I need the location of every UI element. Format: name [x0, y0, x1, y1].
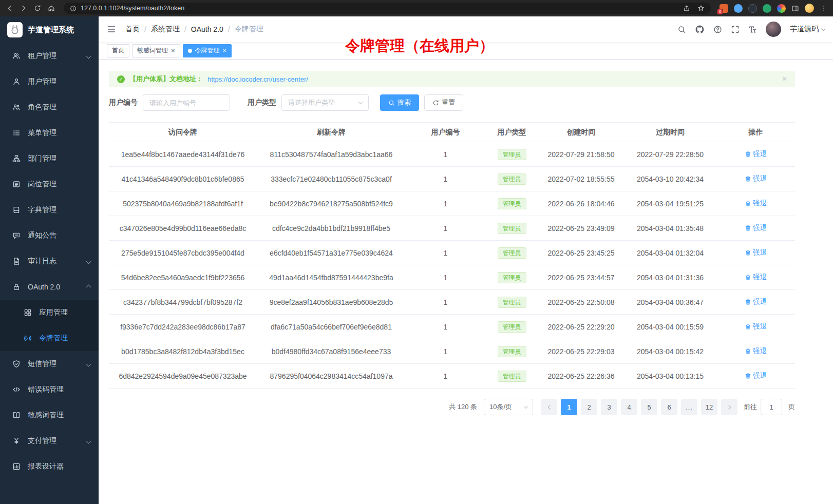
sidebar-item-menu[interactable]: 菜单管理 — [0, 120, 99, 146]
user-type-tag: 管理员 — [498, 346, 526, 357]
page-button-2[interactable]: 2 — [581, 399, 597, 415]
breadcrumb-separator: / — [184, 25, 186, 33]
sidebar-item-sensitive-word[interactable]: 敏感词管理 — [0, 402, 99, 428]
reset-button[interactable]: 重置 — [424, 94, 463, 111]
tenant-icon — [12, 52, 21, 60]
tab-home[interactable]: 首页 — [107, 44, 129, 57]
forward-button[interactable] — [20, 5, 27, 12]
force-logout-button[interactable]: 强退 — [745, 297, 767, 306]
breadcrumb-item[interactable]: 系统管理 — [151, 25, 180, 34]
breadcrumb-item[interactable]: OAuth 2.0 — [191, 25, 223, 33]
collapse-sidebar-button[interactable] — [107, 25, 116, 34]
delete-icon — [745, 348, 751, 355]
bookmark-star-button[interactable] — [697, 5, 705, 12]
sidebar-item-oauth2-app[interactable]: 应用管理 — [0, 300, 99, 325]
force-logout-button[interactable]: 强退 — [745, 149, 767, 159]
force-logout-label: 强退 — [753, 174, 767, 183]
force-logout-button[interactable]: 强退 — [745, 174, 767, 183]
user-id-input[interactable] — [143, 94, 230, 111]
action-cell: 强退 — [716, 142, 795, 167]
sidebar-item-oauth2-token[interactable]: 令牌管理 — [0, 325, 99, 351]
github-button[interactable] — [695, 25, 705, 34]
sidebar-item-error-code[interactable]: 错误码管理 — [0, 377, 99, 402]
close-icon[interactable]: × — [171, 47, 175, 54]
expire-time-cell: 2054-03-04 01:32:04 — [624, 241, 716, 265]
tab-sensitive-word[interactable]: 敏感词管理× — [132, 44, 180, 57]
sidebar-item-notice[interactable]: 通知公告 — [0, 223, 99, 248]
force-logout-button[interactable]: 强退 — [745, 223, 767, 232]
split-view-button[interactable] — [791, 5, 799, 12]
reload-button[interactable] — [34, 5, 41, 12]
chevron-down-icon — [358, 100, 363, 104]
tab-oauth2-token[interactable]: 令牌管理× — [183, 44, 232, 57]
user-avatar[interactable] — [766, 22, 781, 37]
user-id-cell: 1 — [406, 364, 485, 389]
fullscreen-button[interactable] — [731, 25, 740, 34]
browser-menu-button[interactable] — [820, 5, 827, 12]
force-logout-button[interactable]: 强退 — [745, 346, 767, 356]
app-logo[interactable]: 芋道管理系统 — [0, 16, 99, 43]
refresh-token-cell: be90422b8c7946218275a508bf524fc9 — [257, 191, 406, 216]
user-menu[interactable]: 芋道源码 — [790, 25, 825, 34]
site-info-icon[interactable] — [70, 5, 77, 12]
page-button-3[interactable]: 3 — [601, 399, 617, 415]
prev-page-button[interactable] — [541, 399, 557, 415]
sidebar-item-user[interactable]: 用户管理 — [0, 69, 99, 94]
close-icon[interactable]: × — [782, 75, 787, 83]
page-button-4[interactable]: 4 — [621, 399, 637, 415]
sidebar-item-dept[interactable]: 部门管理 — [0, 146, 99, 171]
sidebar-item-report-designer[interactable]: 报表设计器 — [0, 454, 99, 479]
table-row: 275e5de9151045fe87cbdc395e004f4de6cfd40e… — [109, 241, 795, 265]
column-header: 用户类型 — [485, 123, 538, 142]
close-icon[interactable]: × — [223, 47, 227, 54]
sidebar-item-tenant[interactable]: 租户管理 — [0, 43, 99, 69]
sidebar-item-pay[interactable]: 支付管理 — [0, 428, 99, 454]
alert-link[interactable]: https://doc.iocoder.cn/user-center/ — [207, 75, 308, 83]
extension-icon[interactable] — [748, 4, 757, 13]
help-button[interactable] — [713, 25, 722, 34]
force-logout-button[interactable]: 强退 — [745, 322, 767, 331]
force-logout-button[interactable]: 强退 — [745, 199, 767, 208]
extension-icon[interactable] — [777, 4, 786, 13]
breadcrumb-item[interactable]: 首页 — [125, 25, 140, 34]
extension-icon[interactable]: 0 — [720, 4, 728, 13]
browser-profile-avatar[interactable] — [805, 4, 814, 13]
url-bar[interactable]: 127.0.0.1:1024/system/oauth2/token — [64, 3, 711, 14]
font-size-button[interactable] — [748, 25, 757, 34]
page-button-1[interactable]: 1 — [561, 399, 577, 415]
user-id-cell: 1 — [406, 339, 485, 364]
next-page-button[interactable] — [721, 399, 737, 415]
pagination-more-button[interactable]: ... — [681, 399, 697, 415]
sidebar-item-oauth2[interactable]: OAuth 2.0 — [0, 274, 99, 300]
user-type-select[interactable]: 请选择用户类型 — [281, 94, 369, 111]
created-time-cell: 2022-06-25 23:49:09 — [538, 216, 624, 241]
user-type-tag: 管理员 — [498, 371, 526, 382]
chevron-left-icon — [546, 404, 553, 411]
page-button-5[interactable]: 5 — [641, 399, 657, 415]
star-icon — [697, 5, 705, 12]
menu-icon — [12, 129, 21, 137]
force-logout-button[interactable]: 强退 — [745, 248, 767, 257]
delete-icon — [745, 299, 751, 305]
home-button[interactable] — [48, 5, 55, 12]
back-button[interactable] — [6, 5, 13, 12]
delete-icon — [745, 200, 751, 207]
page-button-6[interactable]: 6 — [661, 399, 677, 415]
extension-icon[interactable] — [763, 4, 771, 13]
page-button-12[interactable]: 12 — [701, 399, 717, 415]
sidebar-item-role[interactable]: 角色管理 — [0, 94, 99, 120]
share-button[interactable] — [683, 5, 690, 12]
goto-page-input[interactable] — [761, 399, 782, 415]
force-logout-button[interactable]: 强退 — [745, 371, 767, 380]
header-search-button[interactable] — [677, 25, 686, 34]
sidebar-item-dict[interactable]: 字典管理 — [0, 197, 99, 223]
search-submit-button[interactable]: 搜索 — [380, 94, 419, 111]
sidebar-item-audit-log[interactable]: 审计日志 — [0, 248, 99, 274]
action-cell: 强退 — [716, 364, 795, 389]
page-size-select[interactable]: 10条/页 — [484, 399, 533, 415]
extension-icon[interactable] — [734, 4, 743, 13]
sidebar-item-sms[interactable]: 短信管理 — [0, 351, 99, 377]
force-logout-button[interactable]: 强退 — [745, 273, 767, 282]
sidebar-item-label: 字典管理 — [28, 205, 90, 215]
sidebar-item-post[interactable]: 岗位管理 — [0, 171, 99, 197]
